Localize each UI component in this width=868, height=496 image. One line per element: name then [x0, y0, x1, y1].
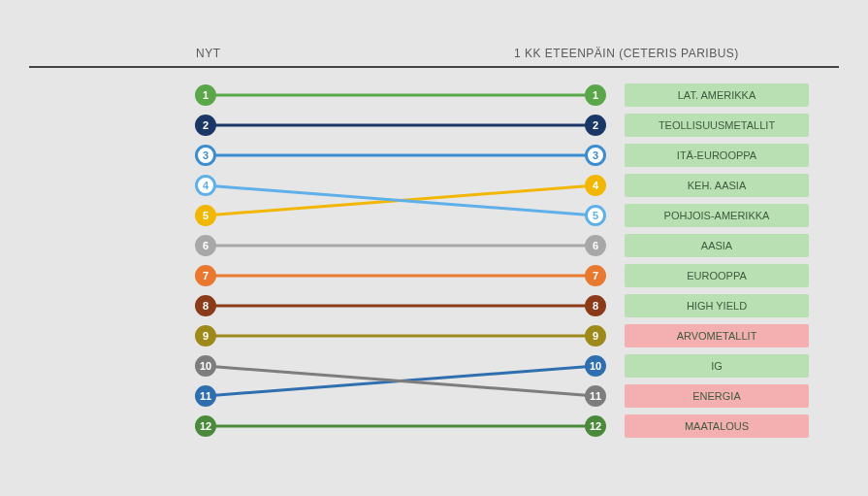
rank-node: 6: [585, 235, 606, 256]
rank-node: 9: [585, 325, 606, 347]
rank-node: 6: [195, 235, 216, 256]
category-label: IG: [625, 354, 809, 378]
rank-node: 9: [195, 325, 216, 347]
rank-node: 4: [195, 175, 216, 196]
rank-node: 10: [195, 355, 216, 377]
rank-node: 11: [585, 385, 606, 407]
category-label: POHJOIS-AMERIKKA: [625, 204, 809, 227]
category-label: TEOLLISUUSMETALLIT: [625, 114, 809, 137]
category-label: MAATALOUS: [625, 414, 809, 438]
rank-node: 12: [195, 415, 216, 437]
rank-node: 3: [195, 145, 216, 166]
rank-node: 8: [585, 295, 606, 316]
header-left: NYT: [196, 47, 221, 60]
rank-node: 1: [195, 84, 216, 106]
category-label: KEH. AASIA: [625, 174, 809, 197]
svg-line-9: [206, 366, 595, 396]
rank-node: 1: [585, 84, 606, 106]
rank-node: 8: [195, 295, 216, 316]
rank-node: 5: [195, 205, 216, 226]
header-rule: [29, 66, 839, 68]
svg-line-3: [206, 185, 595, 215]
category-label: ITÄ-EUROOPPA: [625, 144, 809, 167]
rank-node: 3: [585, 145, 606, 166]
rank-node: 7: [195, 265, 216, 286]
rank-node: 7: [585, 265, 606, 286]
category-label: HIGH YIELD: [625, 294, 809, 317]
header-right: 1 KK ETEENPÄIN (CETERIS PARIBUS): [514, 47, 739, 60]
svg-line-4: [206, 185, 595, 215]
rank-node: 4: [585, 175, 606, 196]
rank-node: 2: [585, 115, 606, 136]
slope-chart: NYT 1 KK ETEENPÄIN (CETERIS PARIBUS) 112…: [0, 0, 868, 496]
rank-node: 12: [585, 415, 606, 437]
category-label: EUROOPPA: [625, 264, 809, 287]
category-label: ENERGIA: [625, 384, 809, 408]
category-label: ARVOMETALLIT: [625, 324, 809, 347]
rank-node: 2: [195, 115, 216, 136]
category-label: AASIA: [625, 234, 809, 257]
category-label: LAT. AMERIKKA: [625, 83, 809, 107]
rank-node: 10: [585, 355, 606, 377]
rank-node: 11: [195, 385, 216, 407]
svg-line-10: [206, 366, 595, 396]
rank-node: 5: [585, 205, 606, 226]
